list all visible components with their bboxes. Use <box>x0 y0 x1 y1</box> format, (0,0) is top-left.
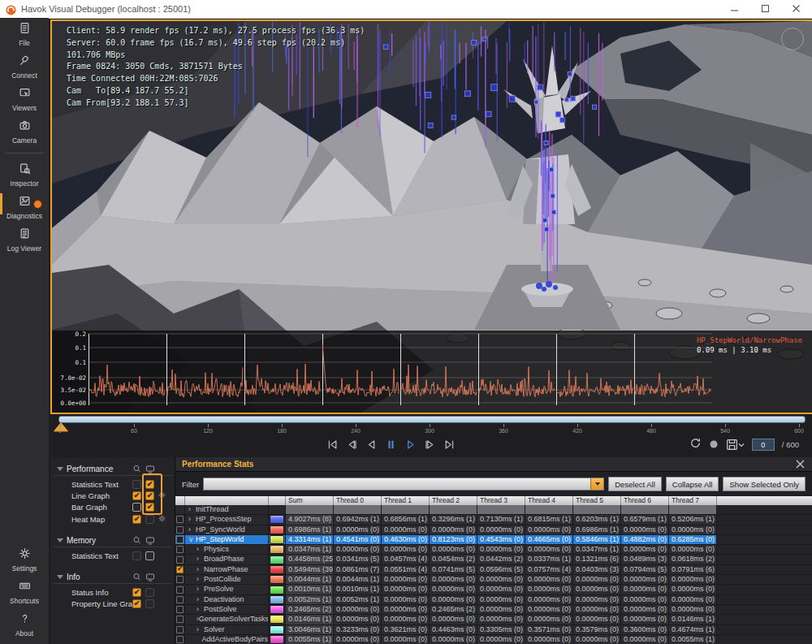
world-toggle-icon[interactable] <box>132 465 142 474</box>
expander-icon[interactable]: › <box>197 595 204 604</box>
tree-section-info[interactable]: Info <box>54 571 171 584</box>
sidebar-item-shortcuts[interactable]: Shortcuts <box>0 576 49 608</box>
expander-icon[interactable]: › <box>197 585 204 594</box>
table-row-hp_processstep[interactable]: ›HP_ProcessStep4.9027ms (8)0.6942ms (1)0… <box>175 515 812 525</box>
world-checkbox[interactable] <box>132 491 141 500</box>
display-toggle-icon[interactable] <box>145 536 155 546</box>
world-checkbox[interactable] <box>132 599 141 608</box>
column-header-empty[interactable] <box>175 496 185 505</box>
skip-start-button[interactable] <box>325 437 340 452</box>
loop-button[interactable] <box>689 437 702 452</box>
close-button[interactable] <box>781 0 812 18</box>
sidebar-item-log-viewer[interactable]: Log Viewer <box>0 223 49 256</box>
expander-icon[interactable]: › <box>197 575 204 584</box>
row-checkbox[interactable] <box>176 546 184 553</box>
column-header[interactable]: Thread 5 <box>573 496 621 505</box>
table-row-presolve[interactable]: ›PreSolve0.0010ms (1)0.0010ms (1)0.0000m… <box>175 585 812 594</box>
column-header[interactable]: Thread 2 <box>430 496 477 505</box>
world-checkbox[interactable] <box>132 503 141 512</box>
table-row-solver[interactable]: ›Solver3.0046ms (1)0.3233ms (0)0.3621ms … <box>175 625 812 635</box>
table-row-physics[interactable]: ›Physics0.0347ms (1)0.0000ms (0)0.0000ms… <box>175 545 812 555</box>
table-row-hp_stepworld[interactable]: ∨HP_StepWorld4.3314ms (1)0.4541ms (0)0.4… <box>175 535 812 545</box>
row-checkbox[interactable] <box>176 556 184 564</box>
table-row-postcollide[interactable]: ›PostCollide0.0044ms (1)0.0044ms (1)0.00… <box>175 575 812 585</box>
play-reverse-button[interactable] <box>364 437 379 452</box>
tree-item-heat-map[interactable]: Heat Map <box>50 513 175 525</box>
table-row-hp_syncworld[interactable]: ›HP_SyncWorld0.6986ms (1)0.0000ms (0)0.0… <box>175 525 812 535</box>
row-checkbox[interactable] <box>176 626 184 633</box>
tree-section-memory[interactable]: Memory <box>54 534 171 547</box>
column-header[interactable]: Thread 6 <box>621 496 669 505</box>
column-header-empty[interactable] <box>185 496 269 505</box>
world-checkbox[interactable] <box>132 551 141 560</box>
pause-button[interactable] <box>383 437 399 452</box>
expander-icon[interactable]: › <box>197 625 204 634</box>
record-button[interactable] <box>709 438 719 452</box>
step-forward-button[interactable] <box>422 437 438 452</box>
save-button[interactable] <box>726 439 745 451</box>
viewport-3d[interactable]: Client: 58.9 render fps (17.2 ms), 27.5 … <box>50 19 812 414</box>
expander-icon[interactable]: ∨ <box>188 535 196 544</box>
compass-icon[interactable] <box>781 28 804 50</box>
table-row-narrowphase[interactable]: ›NarrowPhase0.5494ms (39)0.0861ms (7)0.0… <box>175 565 812 575</box>
expander-icon[interactable]: › <box>197 545 204 554</box>
table-row-addactivebodypairs[interactable]: AddActiveBodyPairs0.0055ms (1)0.0000ms (… <box>175 635 812 644</box>
row-checkbox[interactable] <box>176 536 184 543</box>
row-checkbox[interactable] <box>176 616 184 623</box>
tree-item-property-line-graph[interactable]: Property Line Graph <box>50 599 175 610</box>
world-toggle-icon[interactable] <box>132 573 142 582</box>
skip-end-button[interactable] <box>442 437 457 452</box>
sidebar-item-settings[interactable]: Settings <box>0 543 49 576</box>
column-header[interactable]: Thread 3 <box>477 496 525 505</box>
row-checkbox[interactable] <box>176 566 184 573</box>
table-row-generatesolvertasks[interactable]: ›GenerateSolverTasks0.0146ms (1)0.0000ms… <box>175 615 812 625</box>
sidebar-item-connect[interactable]: Connect <box>0 50 49 83</box>
row-checkbox[interactable] <box>176 636 184 643</box>
table-row-postsolve[interactable]: ›PostSolve0.2465ms (2)0.0000ms (0)0.0000… <box>175 605 812 615</box>
row-checkbox[interactable] <box>176 596 184 603</box>
frame-counter-input[interactable]: 0 <box>752 439 775 451</box>
sidebar-item-camera[interactable]: Camera <box>0 115 49 148</box>
row-checkbox[interactable] <box>176 606 184 613</box>
world-checkbox[interactable] <box>132 588 141 597</box>
row-checkbox[interactable] <box>176 526 184 534</box>
expander-icon[interactable]: › <box>197 555 204 564</box>
column-header[interactable]: Thread 0 <box>334 496 382 505</box>
world-checkbox[interactable] <box>132 515 141 524</box>
row-checkbox[interactable] <box>176 576 184 583</box>
sidebar-item-about[interactable]: About <box>0 608 49 641</box>
column-header[interactable]: Thread 1 <box>382 496 430 505</box>
collapse-all-button[interactable]: Collapse All <box>666 477 719 491</box>
display-checkbox[interactable] <box>145 551 154 560</box>
sidebar-item-diagnostics[interactable]: Diagnostics <box>0 191 49 223</box>
expander-icon[interactable]: › <box>188 505 196 514</box>
row-checkbox[interactable] <box>176 516 184 523</box>
display-checkbox[interactable] <box>145 515 154 524</box>
play-button[interactable] <box>403 437 418 452</box>
show-selected-only-button[interactable]: Show Selected Only <box>723 477 806 491</box>
world-checkbox[interactable] <box>132 480 141 489</box>
column-header-empty[interactable] <box>269 496 286 505</box>
sidebar-item-viewers[interactable]: Viewers <box>0 83 49 115</box>
timeline-bar[interactable] <box>58 416 806 423</box>
column-header[interactable]: Sum <box>286 496 334 505</box>
display-checkbox[interactable] <box>145 588 154 597</box>
step-back-button[interactable] <box>344 437 360 452</box>
filter-dropdown-button[interactable] <box>590 478 603 490</box>
tree-item-statistics-text[interactable]: Statistics Text <box>50 550 175 561</box>
expander-icon[interactable]: › <box>188 515 196 524</box>
expander-icon[interactable]: › <box>188 525 196 534</box>
display-toggle-icon[interactable] <box>145 465 155 474</box>
table-row-broadphase[interactable]: ›BroadPhase0.4458ms (25)0.0341ms (5)0.04… <box>175 555 812 564</box>
expander-icon[interactable]: › <box>197 565 204 574</box>
filter-combobox[interactable] <box>203 478 604 491</box>
table-row-deactivation[interactable]: ›Deactivation0.0052ms (1)0.0052ms (1)0.0… <box>175 595 812 605</box>
deselect-all-button[interactable]: Deselect All <box>608 477 662 491</box>
world-toggle-icon[interactable] <box>132 536 142 546</box>
table-row-initthread[interactable]: ›InitThread <box>175 505 812 515</box>
gear-icon[interactable] <box>158 514 166 525</box>
sidebar-item-file[interactable]: File <box>0 18 49 50</box>
display-toggle-icon[interactable] <box>145 573 155 582</box>
display-checkbox[interactable] <box>145 599 154 608</box>
timeline-scrubber[interactable]: 060120180240300360420480540600 <box>50 413 810 435</box>
